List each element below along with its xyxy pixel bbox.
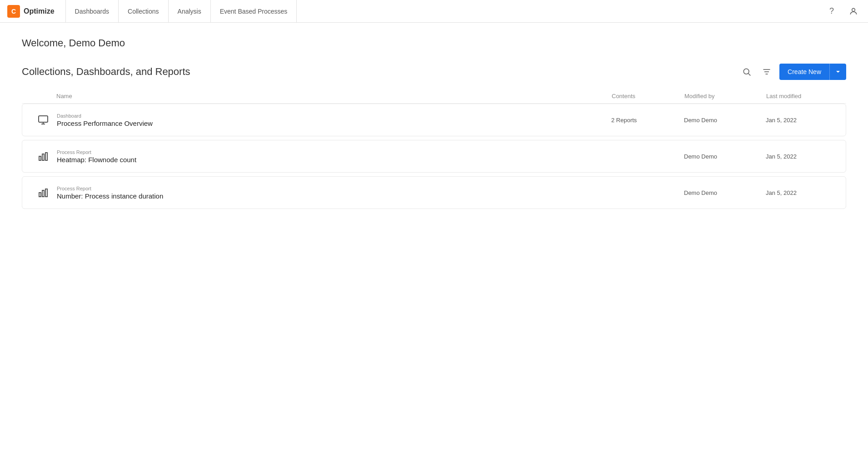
row-modifier: Demo Demo (684, 117, 766, 124)
table-row[interactable]: Dashboard Process Performance Overview 2… (22, 104, 846, 136)
nav-actions: ? (824, 4, 861, 19)
row-info: Process Report Number: Process instance … (57, 186, 611, 200)
table-row[interactable]: Process Report Heatmap: Flownode count D… (22, 140, 846, 173)
welcome-message: Welcome, Demo Demo (22, 37, 846, 49)
row-name: Process Performance Overview (57, 119, 611, 127)
create-new-button[interactable]: Create New (779, 64, 846, 80)
svg-rect-14 (45, 189, 47, 197)
search-button[interactable] (739, 65, 754, 79)
brand: C Optimize (7, 5, 55, 18)
svg-line-2 (748, 74, 751, 76)
page-content: Welcome, Demo Demo Collections, Dashboar… (0, 23, 868, 462)
row-icon (30, 114, 57, 125)
nav-links: Dashboards Collections Analysis Event Ba… (65, 0, 824, 23)
svg-point-1 (743, 69, 749, 74)
create-new-label: Create New (779, 64, 830, 80)
svg-rect-11 (45, 153, 47, 160)
row-info: Process Report Heatmap: Flownode count (57, 149, 611, 164)
row-icon (30, 187, 57, 198)
nav-collections[interactable]: Collections (119, 0, 168, 23)
nav-analysis[interactable]: Analysis (169, 0, 211, 23)
row-contents: 2 Reports (611, 117, 684, 124)
col-last-modified: Last modified (766, 93, 839, 99)
section-actions: Create New (739, 64, 846, 80)
col-contents: Contents (612, 93, 684, 99)
row-date: Jan 5, 2022 (766, 189, 838, 196)
svg-rect-6 (39, 116, 48, 122)
row-name: Number: Process instance duration (57, 192, 611, 200)
row-date: Jan 5, 2022 (766, 117, 838, 124)
filter-button[interactable] (759, 65, 774, 79)
table-header: Name Contents Modified by Last modified (22, 89, 846, 104)
row-modifier: Demo Demo (684, 153, 766, 160)
table-row[interactable]: Process Report Number: Process instance … (22, 176, 846, 209)
svg-rect-10 (42, 154, 44, 160)
row-info: Dashboard Process Performance Overview (57, 113, 611, 127)
svg-rect-9 (39, 156, 41, 160)
section-title: Collections, Dashboards, and Reports (22, 66, 739, 78)
row-modifier: Demo Demo (684, 189, 766, 196)
table-body: Dashboard Process Performance Overview 2… (22, 104, 846, 209)
nav-dashboards[interactable]: Dashboards (65, 0, 119, 23)
brand-logo: C (7, 5, 20, 18)
row-icon (30, 151, 57, 162)
row-type: Process Report (57, 149, 611, 155)
row-name: Heatmap: Flownode count (57, 156, 611, 164)
col-icon (29, 93, 56, 99)
svg-rect-13 (42, 190, 44, 197)
row-type: Process Report (57, 186, 611, 191)
svg-point-0 (852, 8, 855, 11)
brand-name: Optimize (24, 7, 55, 15)
nav-event-based-processes[interactable]: Event Based Processes (211, 0, 297, 23)
create-new-arrow-icon (830, 65, 846, 79)
user-button[interactable] (846, 4, 861, 19)
col-name: Name (56, 93, 612, 99)
row-type: Dashboard (57, 113, 611, 119)
col-modified-by: Modified by (684, 93, 766, 99)
navbar: C Optimize Dashboards Collections Analys… (0, 0, 868, 23)
svg-rect-12 (39, 193, 41, 197)
row-date: Jan 5, 2022 (766, 153, 838, 160)
help-button[interactable]: ? (824, 4, 839, 19)
section-header: Collections, Dashboards, and Reports Cre… (22, 64, 846, 80)
